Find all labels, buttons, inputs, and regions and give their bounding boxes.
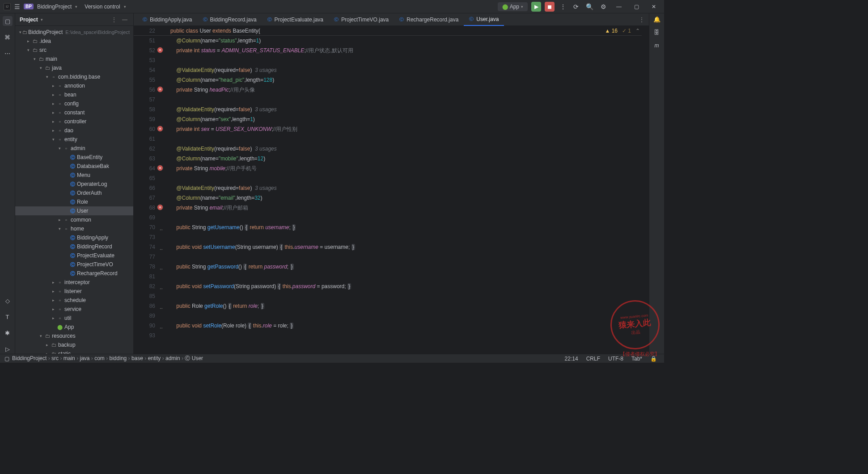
- bookmark-icon[interactable]: ◇: [3, 296, 13, 306]
- tree-item-schedule[interactable]: ▸▫schedule: [15, 296, 133, 305]
- gutter[interactable]: 5152a53545556a57585960a61626364a65666768…: [134, 36, 159, 354]
- project-tool-icon[interactable]: ▢: [3, 16, 13, 26]
- crumb-base[interactable]: base: [131, 355, 143, 361]
- sticky-header[interactable]: 22 public class User extends BaseEntity{: [134, 26, 642, 36]
- tree-item-projecttimevo[interactable]: ⒸProjectTimeVO: [15, 260, 133, 269]
- chevron-down-icon[interactable]: ▾: [124, 4, 126, 9]
- hide-icon[interactable]: —: [121, 17, 129, 23]
- tree-item-main[interactable]: ▾🗀main: [15, 55, 133, 63]
- tree-item-annotion[interactable]: ▸▫annotion: [15, 81, 133, 90]
- tree-item-app[interactable]: ⬤App: [15, 323, 133, 331]
- tree-item-interceptor[interactable]: ▸▫interceptor: [15, 278, 133, 287]
- structure-tool-icon[interactable]: ⌘: [3, 32, 13, 42]
- crumb-admin[interactable]: admin: [165, 355, 180, 361]
- line-separator[interactable]: CRLF: [584, 356, 603, 362]
- crumb-biddingproject[interactable]: BiddingProject: [12, 355, 47, 361]
- tree-item-util[interactable]: ▸▫util: [15, 314, 133, 323]
- inspection-chevron-icon[interactable]: ⌃: [635, 28, 640, 34]
- close-button[interactable]: ✕: [647, 4, 661, 10]
- tree-item-menu[interactable]: ⒸMenu: [15, 171, 133, 180]
- run-tool-icon[interactable]: ▷: [3, 344, 13, 354]
- tree-item-config[interactable]: ▸▫config: [15, 99, 133, 108]
- stop-button[interactable]: ◼: [545, 2, 555, 12]
- crumb-main[interactable]: main: [64, 355, 75, 361]
- run-config-selector[interactable]: ⬤ App ▾: [498, 2, 528, 11]
- tree-item-common[interactable]: ▸▫common: [15, 215, 133, 224]
- tree-item-orderauth[interactable]: ⒸOrderAuth: [15, 189, 133, 197]
- tab-biddingapply-java[interactable]: ⒸBiddingApply.java: [137, 13, 198, 26]
- more-icon[interactable]: ⋮: [110, 17, 118, 23]
- crumb-entity[interactable]: entity: [148, 355, 161, 361]
- code-editor[interactable]: 22 public class User extends BaseEntity{…: [134, 26, 649, 354]
- tree-item-controller[interactable]: ▸▫controller: [15, 117, 133, 126]
- database-icon[interactable]: 🗄: [654, 29, 660, 36]
- crumb-src[interactable]: src: [51, 355, 59, 361]
- sidebar-title: Project: [20, 17, 38, 23]
- java-file-icon: Ⓒ: [143, 17, 147, 23]
- tree-item-user[interactable]: ⒸUser: [15, 206, 133, 215]
- tree-item-projectevaluate[interactable]: ⒸProjectEvaluate: [15, 251, 133, 260]
- tree-item-databasebak[interactable]: ⒸDatabaseBak: [15, 162, 133, 171]
- tree-item-entity[interactable]: ▾▫entity: [15, 135, 133, 144]
- weak-warnings-count[interactable]: ✓ 1: [622, 28, 631, 34]
- tree-item-baseentity[interactable]: ⒸBaseEntity: [15, 153, 133, 162]
- tree-item-static[interactable]: ▸🗀static: [15, 349, 133, 354]
- maximize-button[interactable]: ▢: [630, 4, 644, 10]
- maven-icon[interactable]: m: [655, 42, 659, 49]
- search-icon[interactable]: 🔍: [584, 3, 595, 10]
- project-name[interactable]: BiddingProject: [37, 4, 72, 10]
- tree-item-resources[interactable]: ▾🗀resources: [15, 331, 133, 340]
- tree-item-src[interactable]: ▾🗀src: [15, 46, 133, 55]
- java-file-icon: Ⓒ: [399, 17, 404, 23]
- statusbar: ▢ BiddingProject › src › main › java › c…: [0, 354, 664, 363]
- terminal-icon[interactable]: T: [3, 312, 13, 322]
- vcs-menu[interactable]: Version control: [85, 4, 120, 10]
- inspection-widget[interactable]: ▲ 16 ✓ 1 ⌃: [605, 28, 640, 34]
- tree-item-home[interactable]: ▾▫home: [15, 224, 133, 233]
- chevron-down-icon[interactable]: ▾: [75, 4, 77, 9]
- project-tree[interactable]: ▾🗀BiddingProjectE:\idea_space\BiddingPro…: [15, 26, 133, 354]
- more-tool-icon[interactable]: ⋯: [3, 48, 13, 58]
- tree-item--idea[interactable]: ▸🗀.idea: [15, 37, 133, 46]
- tree-item-service[interactable]: ▸▫service: [15, 305, 133, 314]
- crumb-java[interactable]: java: [80, 355, 89, 361]
- crumb-bidding[interactable]: bidding: [110, 355, 127, 361]
- minimize-button[interactable]: —: [612, 4, 626, 10]
- tree-item-operaterlog[interactable]: ⒸOperaterLog: [15, 180, 133, 189]
- main-menu-icon[interactable]: ☰: [14, 3, 20, 10]
- tree-item-dao[interactable]: ▸▫dao: [15, 126, 133, 135]
- left-tool-strip: ▢ ⌘ ⋯ ◇ T ✱ ▷: [0, 13, 15, 354]
- tree-item-biddingrecord[interactable]: ⒸBiddingRecord: [15, 242, 133, 251]
- tab-projecttimevo-java[interactable]: ⒸProjectTimeVO.java: [329, 13, 394, 26]
- tab-user-java[interactable]: ⒸUser.java: [464, 13, 504, 26]
- cursor-position[interactable]: 22:14: [562, 356, 581, 362]
- settings-icon[interactable]: ⚙: [599, 3, 608, 10]
- run-button[interactable]: ▶: [531, 2, 541, 12]
- sticky-code: public class User extends BaseEntity{: [170, 28, 260, 34]
- tree-item-constant[interactable]: ▸▫constant: [15, 108, 133, 117]
- tree-item-role[interactable]: ⒸRole: [15, 197, 133, 206]
- warnings-count[interactable]: ▲ 16: [605, 28, 618, 34]
- chevron-down-icon[interactable]: ▾: [41, 17, 43, 22]
- tree-item-biddingproject[interactable]: ▾🗀BiddingProjectE:\idea_space\BiddingPro…: [15, 28, 133, 37]
- tab-rechargerecord-java[interactable]: ⒸRechargeRecord.java: [394, 13, 464, 26]
- breadcrumbs[interactable]: BiddingProject › src › main › java › com…: [12, 355, 203, 362]
- tree-item-java[interactable]: ▾🗀java: [15, 63, 133, 72]
- more-icon[interactable]: ⋮: [558, 3, 568, 10]
- tabs-menu-icon[interactable]: ⋮: [635, 17, 649, 23]
- notifications-icon[interactable]: 🔔: [653, 16, 661, 23]
- tree-item-rechargerecord[interactable]: ⒸRechargeRecord: [15, 269, 133, 278]
- tree-item-bean[interactable]: ▸▫bean: [15, 90, 133, 99]
- code-content[interactable]: @Column(name="status",length=1) private …: [159, 36, 649, 354]
- tree-item-backup[interactable]: ▸🗀backup: [15, 340, 133, 349]
- tree-item-com-bidding-base[interactable]: ▾▫com.bidding.base: [15, 72, 133, 81]
- crumb-com[interactable]: com: [94, 355, 105, 361]
- debug-icon[interactable]: ✱: [3, 328, 13, 338]
- tree-item-listener[interactable]: ▸▫listener: [15, 287, 133, 296]
- crumb-user[interactable]: Ⓒ User: [185, 355, 203, 361]
- tree-item-biddingapply[interactable]: ⒸBiddingApply: [15, 233, 133, 242]
- update-icon[interactable]: ⟳: [572, 3, 580, 10]
- tree-item-admin[interactable]: ▾▫admin: [15, 144, 133, 153]
- tab-biddingrecord-java[interactable]: ⒸBiddingRecord.java: [198, 13, 262, 26]
- tab-projectevaluate-java[interactable]: ⒸProjectEvaluate.java: [262, 13, 329, 26]
